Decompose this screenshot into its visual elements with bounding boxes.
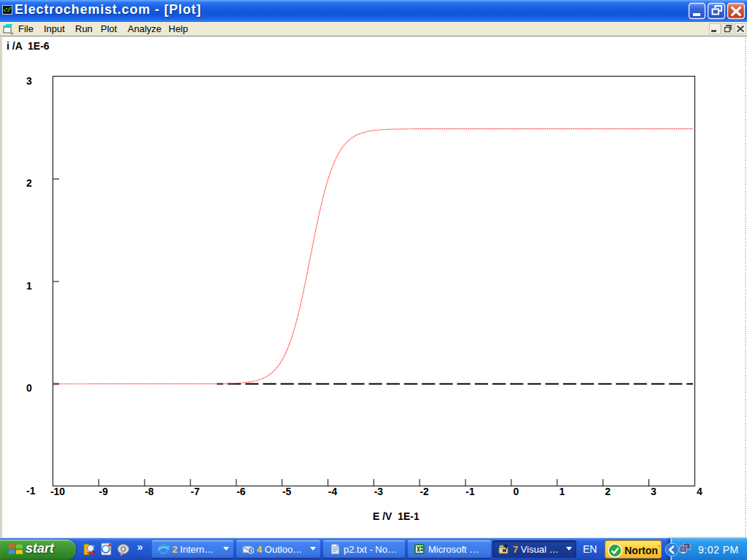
svg-text:»: » bbox=[137, 541, 143, 553]
